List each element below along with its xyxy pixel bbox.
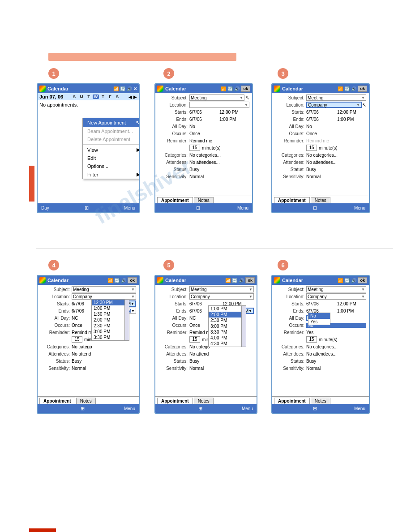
tab-appointment-6[interactable]: Appointment: [274, 398, 310, 404]
device-5-titlebar: Calendar 📶 🔄 🔊 ok: [155, 276, 257, 285]
menu-options[interactable]: Options...: [83, 162, 140, 170]
footer-menu-btn-2[interactable]: Menu: [237, 206, 248, 210]
dropdown-item5-3-00[interactable]: 3:00 PM: [209, 323, 246, 329]
subject-select[interactable]: Meeting ▼: [189, 94, 244, 101]
menu-new-appointment[interactable]: New Appointment ↖: [83, 118, 140, 127]
ends-date: 6/7/06: [189, 117, 219, 122]
reminder-time-box-4[interactable]: 15: [72, 336, 82, 343]
ok-button-4[interactable]: ok: [128, 277, 137, 283]
attendees-label-3: Attendees:: [275, 160, 306, 165]
reminder-value: Remind me: [189, 138, 249, 143]
subject-row-6: Subject: Meeting ▼: [274, 286, 367, 293]
dropdown-item5-4-30[interactable]: 4:30 PM: [209, 341, 246, 347]
menu-beam-appointment[interactable]: Beam Appointment...: [83, 127, 140, 135]
status-label-4: Status:: [40, 359, 72, 364]
footer-grid-icon-2[interactable]: ⊞: [196, 205, 200, 211]
tab-appointment-2[interactable]: Appointment: [157, 197, 193, 203]
tab-appointment-4[interactable]: Appointment: [39, 398, 75, 404]
prev-icon[interactable]: ◀: [128, 94, 132, 99]
allday-option-yes[interactable]: Yes: [308, 319, 330, 325]
location-select-6[interactable]: Company ▼: [306, 293, 366, 300]
reminder-row: Reminder: Remind me: [157, 137, 250, 144]
location-select-3[interactable]: Company ▼: [306, 102, 362, 108]
dropdown-item5-1-00[interactable]: 1:00 PM: [209, 306, 246, 312]
footer-menu-btn-3[interactable]: Menu: [354, 206, 365, 210]
dropdown-item-12-30[interactable]: 12:30 PM: [92, 300, 129, 305]
starts-label: Starts:: [158, 110, 189, 115]
cal-day-t1: T: [86, 94, 92, 99]
categories-label-3: Categories:: [275, 153, 306, 158]
sync-icon-4: 🔄: [114, 278, 120, 283]
ok-button-2[interactable]: ok: [241, 86, 250, 92]
tab-notes-2[interactable]: Notes: [194, 197, 214, 203]
tab-appointment-3[interactable]: Appointment: [274, 197, 310, 203]
menu-edit[interactable]: Edit: [83, 154, 140, 162]
menu-view[interactable]: View ▶: [83, 146, 140, 154]
sensitivity-row: Sensitivity: Normal: [157, 173, 250, 180]
device-2-body: Subject: Meeting ▼ ↖ Location: ▼ Starts:…: [155, 93, 252, 181]
ok-button-5[interactable]: ok: [245, 277, 255, 283]
location-select[interactable]: ▼: [189, 102, 249, 108]
footer-menu-btn[interactable]: Menu: [124, 206, 135, 210]
dropdown-item-1-00[interactable]: 1:00 PM: [92, 305, 129, 311]
occurs-label-3: Occurs:: [275, 131, 306, 136]
footer-grid-icon-4[interactable]: ⊞: [81, 406, 85, 412]
footer-menu-btn-6[interactable]: Menu: [354, 406, 365, 411]
tab-notes-6[interactable]: Notes: [311, 398, 330, 404]
dropdown-item5-2-30[interactable]: 2:30 PM: [209, 317, 246, 323]
location-arrow-4: ▼: [131, 295, 135, 299]
device-5-title: Calendar: [165, 278, 186, 283]
menu-filter[interactable]: Filter ▶: [83, 170, 140, 179]
tab-notes-4[interactable]: Notes: [76, 398, 96, 404]
tab-notes-3[interactable]: Notes: [311, 197, 330, 203]
footer-menu-btn-4[interactable]: Menu: [124, 406, 135, 411]
ok-button-6[interactable]: ok: [358, 277, 367, 283]
reminder-time-box[interactable]: 15: [189, 145, 200, 151]
footer-grid-icon-5[interactable]: ⊞: [198, 406, 202, 412]
subject-select-5[interactable]: Meeting ▼: [189, 286, 254, 292]
subject-label: Subject:: [158, 95, 189, 100]
reminder-time-row-6: 15 minute(s): [274, 336, 367, 343]
ok-button-3[interactable]: ok: [358, 86, 367, 92]
location-select-4[interactable]: Company ▼: [72, 293, 136, 300]
footer-grid-icon-6[interactable]: ⊞: [313, 406, 317, 412]
cursor-icon-2: ↖: [245, 95, 249, 101]
tab-appointment-5[interactable]: Appointment: [157, 398, 193, 404]
subject-select-3[interactable]: Meeting ▼: [306, 94, 366, 101]
sync-icon-6: 🔄: [344, 278, 350, 283]
menu-delete-appointment[interactable]: Delete Appointment: [83, 135, 140, 143]
dropdown-item-1-30[interactable]: 1:30 PM: [92, 311, 129, 317]
location-arrow-6: ▼: [361, 295, 365, 299]
ends-time-arrow-4: ▼: [131, 309, 135, 313]
dropdown-item5-2-00[interactable]: 2:00 PM: [209, 312, 246, 317]
close-icon[interactable]: ✕: [133, 86, 137, 91]
dropdown-item-3-30[interactable]: 3:30 PM: [92, 335, 129, 340]
cursor-icon: ↖: [136, 120, 140, 126]
footer-grid-icon-3[interactable]: ⊞: [313, 205, 317, 211]
footer-menu-btn-5[interactable]: Menu: [242, 406, 253, 411]
reminder-time-box-3[interactable]: 15: [306, 145, 317, 151]
dropdown-item-2-30[interactable]: 2:30 PM: [92, 323, 129, 329]
sensitivity-row-4: Sensitivity: Normal: [39, 365, 137, 372]
sensitivity-label-6: Sensitivity:: [275, 366, 306, 371]
dropdown-item-3-00[interactable]: 3:00 PM: [92, 329, 129, 335]
subject-select-4[interactable]: Meeting ▼: [72, 286, 136, 292]
attendees-row: Attendees: No attendees...: [157, 159, 250, 166]
dropdown-item5-4-00[interactable]: 4:00 PM: [209, 335, 246, 341]
status-row-5: Status: Busy: [157, 357, 255, 365]
reminder-time-box-6[interactable]: 15: [306, 336, 317, 343]
tab-notes-5[interactable]: Notes: [194, 398, 214, 404]
footer-grid-icon[interactable]: ⊞: [85, 205, 89, 211]
starts-date: 6/7/06: [189, 110, 219, 115]
allday-option-no[interactable]: No: [308, 313, 330, 319]
cursor-icon-3: ↖: [362, 102, 366, 108]
next-icon[interactable]: ▶: [133, 94, 137, 99]
subject-select-6[interactable]: Meeting ▼: [306, 286, 366, 292]
dropdown-item5-3-30[interactable]: 3:30 PM: [209, 329, 246, 335]
dropdown-item-2-00[interactable]: 2:00 PM: [92, 317, 129, 323]
windows-logo-icon-6: [274, 277, 280, 283]
location-select-5[interactable]: Company ▼: [189, 293, 254, 300]
volume-icon-2: 🔊: [234, 86, 240, 91]
footer-day-btn[interactable]: Day: [41, 206, 49, 210]
reminder-time-box-5[interactable]: 15: [189, 336, 200, 343]
